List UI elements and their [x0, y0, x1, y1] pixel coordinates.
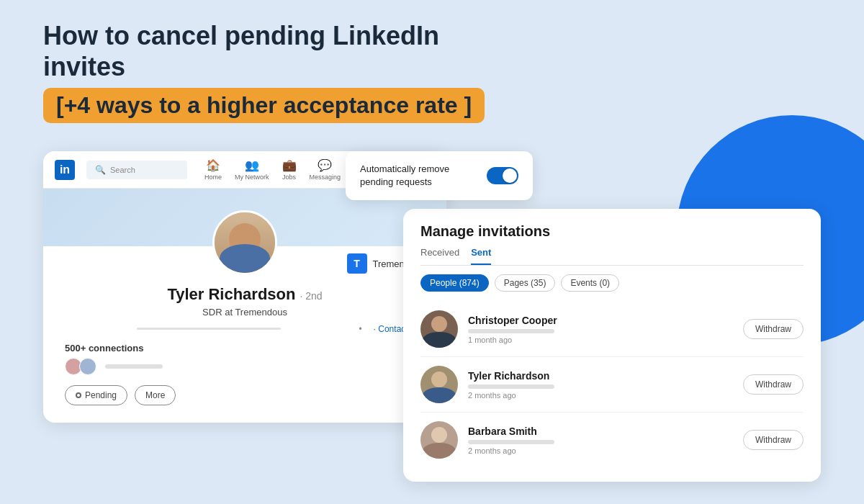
search-bar[interactable]: 🔍 Search [86, 161, 187, 179]
inv-time-cooper: 1 month ago [468, 336, 733, 344]
filter-events[interactable]: Events (0) [561, 274, 619, 292]
nav-messaging-label: Messaging [310, 174, 341, 181]
profile-action-buttons: Pending More [43, 375, 446, 405]
invitations-card: Manage invitations Received Sent People … [403, 209, 821, 482]
inv-subline-tyler [468, 384, 554, 389]
home-icon: 🏠 [206, 158, 220, 172]
filter-pages[interactable]: Pages (35) [495, 274, 556, 292]
toggle-label: Automatically remove pending requests [360, 163, 475, 189]
page-title-line1: How to cancel pending LinkedIn invites [43, 20, 504, 82]
linkedin-logo: in [55, 160, 75, 180]
inv-subline-cooper [468, 329, 554, 333]
nav-jobs[interactable]: 💼 Jobs [282, 158, 297, 181]
pending-dot-icon [76, 392, 81, 398]
invitation-item-cooper: Christoper Cooper 1 month ago Withdraw [420, 302, 804, 357]
invitations-tabs: Received Sent [420, 247, 804, 266]
invitations-filters: People (874) Pages (35) Events (0) [420, 274, 804, 292]
toggle-knob [503, 168, 517, 183]
avatar-barbara [420, 421, 458, 459]
inv-name-tyler: Tyler Richardson [468, 370, 733, 382]
nav-mynetwork-label: My Network [235, 174, 269, 181]
toggle-card: Automatically remove pending requests [346, 151, 533, 200]
withdraw-button-tyler[interactable]: Withdraw [743, 374, 804, 395]
avatar-tyler [420, 366, 458, 403]
person-silhouette [420, 421, 458, 459]
tab-sent[interactable]: Sent [471, 247, 491, 265]
inv-info-tyler: Tyler Richardson 2 months ago [468, 370, 733, 400]
divider-bar [137, 328, 281, 330]
pending-button[interactable]: Pending [65, 385, 127, 405]
invitations-title: Manage invitations [420, 223, 804, 240]
inv-time-tyler: 2 months ago [468, 391, 733, 400]
tab-received[interactable]: Received [420, 247, 459, 265]
invitation-item-tyler: Tyler Richardson 2 months ago Withdraw [420, 357, 804, 413]
mynetwork-icon: 👥 [245, 158, 259, 172]
nav-home[interactable]: 🏠 Home [204, 158, 222, 181]
withdraw-button-barbara[interactable]: Withdraw [743, 430, 804, 450]
connections-avatars [43, 358, 446, 375]
company-icon: T [347, 253, 367, 274]
connections-bar [105, 364, 163, 369]
connections-count: 500+ connections [43, 343, 446, 354]
inv-name-barbara: Barbara Smith [468, 426, 733, 437]
mini-avatar-2 [79, 358, 96, 375]
pending-label: Pending [85, 390, 117, 400]
invitations-list: Christoper Cooper 1 month ago Withdraw T… [420, 302, 804, 467]
search-icon: 🔍 [95, 165, 106, 175]
profile-title: SDR at Tremendous [65, 307, 425, 318]
jobs-icon: 💼 [282, 158, 297, 172]
avatar-cooper [420, 310, 458, 348]
filter-people[interactable]: People (874) [420, 274, 489, 292]
search-placeholder: Search [110, 166, 135, 174]
nav-jobs-label: Jobs [282, 174, 296, 181]
messaging-icon: 💬 [318, 158, 332, 172]
withdraw-button-cooper[interactable]: Withdraw [743, 319, 804, 339]
more-button[interactable]: More [135, 385, 176, 405]
nav-mynetwork[interactable]: 👥 My Network [235, 158, 269, 181]
nav-home-label: Home [204, 174, 222, 181]
page-title-line2: [+4 ways to a higher acceptance rate ] [43, 88, 485, 123]
inv-info-barbara: Barbara Smith 2 months ago [468, 426, 733, 455]
inv-name-cooper: Christoper Cooper [468, 315, 733, 326]
nav-messaging[interactable]: 💬 Messaging [310, 158, 341, 181]
auto-remove-toggle[interactable] [487, 167, 518, 184]
invitation-item-barbara: Barbara Smith 2 months ago Withdraw [420, 413, 804, 467]
inv-time-barbara: 2 months ago [468, 446, 733, 455]
profile-body: T Tremendous Tyler Richardson · 2nd SDR … [43, 246, 446, 336]
title-area: How to cancel pending LinkedIn invites [… [43, 20, 504, 123]
profile-degree: · 2nd [300, 290, 322, 302]
person-silhouette [420, 366, 458, 403]
profile-name-line: Tyler Richardson · 2nd [65, 282, 425, 304]
profile-divider-line: • · Contact Info [65, 322, 425, 336]
person-silhouette [420, 310, 458, 348]
profile-name: Tyler Richardson [167, 285, 295, 304]
inv-info-cooper: Christoper Cooper 1 month ago [468, 315, 733, 344]
inv-subline-barbara [468, 440, 554, 444]
